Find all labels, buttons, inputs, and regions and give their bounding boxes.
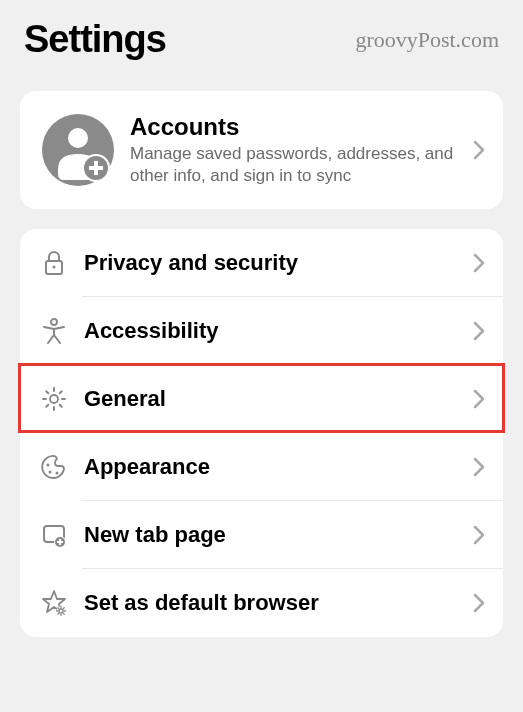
chevron-right-icon: [473, 253, 485, 273]
svg-point-7: [53, 266, 56, 269]
svg-point-11: [49, 471, 52, 474]
chevron-right-icon: [473, 140, 485, 160]
menu-label: Set as default browser: [84, 590, 457, 616]
chevron-right-icon: [473, 525, 485, 545]
accounts-title: Accounts: [130, 113, 457, 141]
menu-item-privacy[interactable]: Privacy and security: [20, 229, 503, 297]
gear-icon: [40, 385, 68, 413]
menu-label: New tab page: [84, 522, 457, 548]
menu-item-new-tab[interactable]: New tab page: [20, 501, 503, 569]
menu-item-accessibility[interactable]: Accessibility: [20, 297, 503, 365]
chevron-right-icon: [473, 389, 485, 409]
svg-point-1: [68, 128, 88, 148]
lock-icon: [40, 249, 68, 277]
accessibility-icon: [40, 317, 68, 345]
palette-icon: [40, 453, 68, 481]
avatar-add-icon: [42, 114, 114, 186]
menu-item-appearance[interactable]: Appearance: [20, 433, 503, 501]
new-tab-icon: [40, 521, 68, 549]
watermark: groovyPost.com: [355, 27, 499, 53]
svg-point-9: [50, 395, 58, 403]
svg-rect-5: [89, 166, 103, 170]
svg-point-8: [51, 319, 57, 325]
menu-label: Accessibility: [84, 318, 457, 344]
chevron-right-icon: [473, 457, 485, 477]
menu-label: General: [84, 386, 457, 412]
accounts-card: Accounts Manage saved passwords, address…: [20, 91, 503, 209]
page-title: Settings: [24, 18, 166, 61]
svg-point-12: [56, 472, 59, 475]
accounts-row[interactable]: Accounts Manage saved passwords, address…: [20, 91, 503, 209]
svg-point-10: [47, 464, 50, 467]
menu-item-general[interactable]: General: [20, 365, 503, 433]
menu-item-default-browser[interactable]: Set as default browser: [20, 569, 503, 637]
menu-label: Privacy and security: [84, 250, 457, 276]
chevron-right-icon: [473, 321, 485, 341]
accounts-text: Accounts Manage saved passwords, address…: [130, 113, 457, 187]
header: Settings groovyPost.com: [0, 0, 523, 91]
accounts-subtitle: Manage saved passwords, addresses, and o…: [130, 143, 457, 187]
svg-rect-17: [57, 541, 63, 543]
star-gear-icon: [40, 589, 68, 617]
menu-card: Privacy and security Accessibility: [20, 229, 503, 637]
chevron-right-icon: [473, 593, 485, 613]
menu-label: Appearance: [84, 454, 457, 480]
